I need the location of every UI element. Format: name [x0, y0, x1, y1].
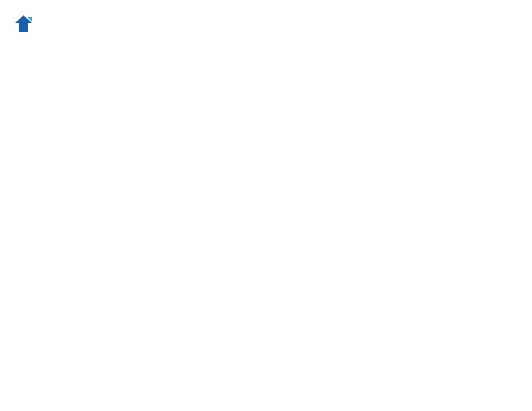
- logo: [13, 13, 38, 34]
- header: [13, 13, 519, 34]
- logo-icon: [13, 13, 34, 34]
